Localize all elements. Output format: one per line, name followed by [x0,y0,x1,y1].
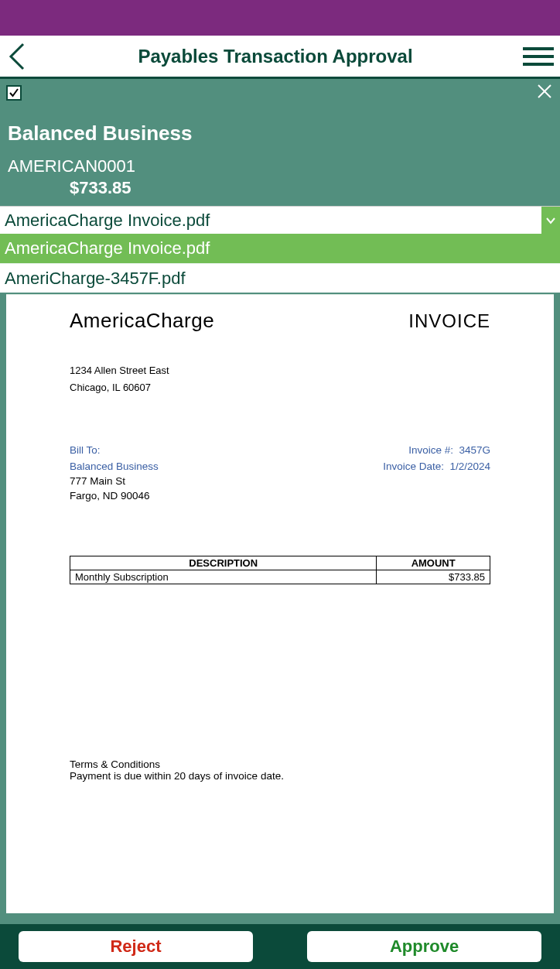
hamburger-icon [523,46,554,67]
terms-heading: Terms & Conditions [70,758,284,770]
attachment-option[interactable]: AmeriCharge-3457F.pdf [0,263,560,293]
invoice-document: AmericaCharge INVOICE 1234 Allen Street … [6,295,554,584]
col-description: DESCRIPTION [70,556,377,570]
bill-to-addr: 777 Main St [70,475,159,487]
invoice-number: 3457G [459,444,490,456]
invoice-date-label: Invoice Date: [383,461,444,472]
panel-header [0,79,560,108]
chevron-down-icon [545,217,556,224]
vendor-code: AMERICAN0001 [8,156,552,176]
terms-block: Terms & Conditions Payment is due within… [70,758,284,782]
line-description: Monthly Subscription [70,570,377,584]
invoice-meta: Invoice #: 3457G Invoice Date: 1/2/2024 [383,444,490,502]
close-button[interactable] [537,84,552,102]
invoice-number-label: Invoice #: [408,444,453,456]
nav-bar: Payables Transaction Approval [0,36,560,79]
bill-to-block: Bill To: Balanced Business 777 Main St F… [70,444,159,502]
select-checkbox[interactable] [6,85,22,101]
table-row: Monthly Subscription $733.85 [70,570,490,584]
bill-to-label: Bill To: [70,444,159,456]
terms-text: Payment is due within 20 days of invoice… [70,770,284,782]
invoice-date: 1/2/2024 [449,461,490,472]
vendor-summary: Balanced Business AMERICAN0001 $733.85 [0,108,560,206]
attachment-option[interactable]: AmericaCharge Invoice.pdf [0,234,560,263]
page-title: Payables Transaction Approval [34,46,517,67]
line-amount: $733.85 [377,570,490,584]
attachment-select[interactable]: AmericaCharge Invoice.pdf [0,206,560,234]
reject-button[interactable]: Reject [19,931,253,962]
back-button[interactable] [0,35,34,78]
approval-panel: Balanced Business AMERICAN0001 $733.85 A… [0,79,560,969]
menu-button[interactable] [517,35,560,78]
address-line: Chicago, IL 60607 [70,379,490,396]
attachment-options: AmericaCharge Invoice.pdf AmeriCharge-34… [0,234,560,293]
invoice-heading: INVOICE [408,310,490,332]
company-address: 1234 Allen Street East Chicago, IL 60607 [70,362,490,396]
action-bar: Reject Approve [0,924,560,969]
invoice-line-table: DESCRIPTION AMOUNT Monthly Subscription … [70,556,490,584]
status-bar [0,0,560,36]
invoice-company: AmericaCharge [70,309,214,333]
transaction-amount: $733.85 [8,178,552,198]
attachment-dropdown-toggle[interactable] [541,207,560,235]
approve-button[interactable]: Approve [307,931,541,962]
bill-to-name: Balanced Business [70,461,159,472]
vendor-name: Balanced Business [8,122,552,146]
attachment-selected-label: AmericaCharge Invoice.pdf [0,211,541,231]
chevron-left-icon [7,43,27,70]
check-icon [9,87,19,98]
bill-to-addr: Fargo, ND 90046 [70,490,159,502]
col-amount: AMOUNT [377,556,490,570]
address-line: 1234 Allen Street East [70,362,490,379]
close-icon [537,84,552,99]
attachment-preview[interactable]: AmericaCharge INVOICE 1234 Allen Street … [6,294,554,913]
